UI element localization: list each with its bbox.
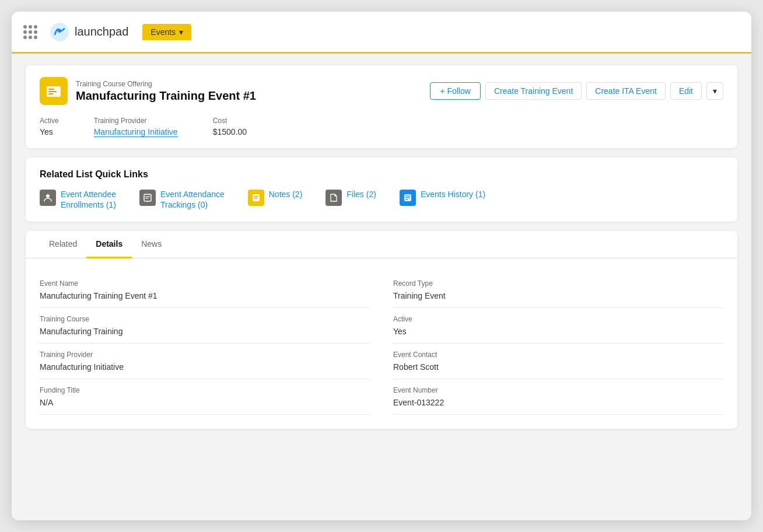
events-history-link[interactable]: Events History (1) [421, 189, 485, 200]
detail-event-contact: Event Contact Robert Scott [393, 344, 723, 379]
logo: launchpad [49, 22, 128, 43]
top-navigation: launchpad Events ▾ [12, 12, 751, 54]
quick-link-attendee-enrollments: Event AttendeeEnrollments (1) [40, 189, 116, 210]
svg-rect-4 [48, 91, 57, 92]
detail-training-provider: Training Provider Manufacturing Initiati… [40, 344, 370, 379]
cost-field: Cost $1500.00 [213, 117, 247, 136]
funding-title-label: Funding Title [40, 386, 370, 394]
training-course-value: Manufacturing Training [40, 327, 370, 336]
events-history-icon [400, 190, 416, 206]
create-ita-event-button[interactable]: Create ITA Event [586, 82, 666, 100]
record-title: Manufacturing Training Event #1 [76, 89, 256, 103]
events-tab[interactable]: Events ▾ [142, 24, 191, 40]
detail-training-provider-value: Manufacturing Initiative [40, 362, 370, 372]
files-link[interactable]: Files (2) [346, 189, 376, 200]
record-type-label: Record Type [393, 279, 723, 288]
logo-icon [49, 22, 70, 43]
logo-text: launchpad [75, 25, 128, 38]
detail-active-value: Yes [393, 327, 723, 336]
quick-links-title: Related List Quick Links [40, 169, 723, 180]
edit-button[interactable]: Edit [670, 82, 702, 100]
quick-link-events-history: Events History (1) [400, 189, 485, 210]
record-actions: + Follow Create Training Event Create IT… [430, 82, 723, 100]
training-provider-label: Training Provider [94, 117, 178, 125]
details-content: Event Name Manufacturing Training Event … [26, 258, 737, 429]
tab-news[interactable]: News [132, 231, 171, 258]
quick-link-attendance-trackings: Event AttendanceTrackings (0) [139, 189, 225, 210]
event-contact-value: Robert Scott [393, 362, 723, 372]
app-window: launchpad Events ▾ [12, 12, 751, 520]
details-left-column: Event Name Manufacturing Training Event … [40, 272, 370, 415]
svg-point-1 [58, 29, 61, 33]
event-number-label: Event Number [393, 386, 723, 394]
event-name-label: Event Name [40, 279, 370, 288]
cost-label: Cost [213, 117, 247, 125]
files-icon [326, 190, 342, 206]
active-label: Active [40, 117, 59, 125]
record-card: Training Course Offering Manufacturing T… [26, 65, 737, 148]
event-contact-label: Event Contact [393, 351, 723, 359]
quick-link-notes: Notes (2) [248, 189, 303, 210]
svg-rect-7 [144, 194, 151, 201]
detail-event-name: Event Name Manufacturing Training Event … [40, 272, 370, 308]
training-provider-field: Training Provider Manufacturing Initiati… [94, 117, 178, 136]
svg-rect-5 [48, 93, 53, 94]
detail-event-number: Event Number Event-013222 [393, 379, 723, 415]
record-title-area: Training Course Offering Manufacturing T… [40, 77, 256, 105]
detail-funding-title: Funding Title N/A [40, 379, 370, 415]
app-grid-icon[interactable] [23, 25, 37, 39]
tab-details[interactable]: Details [86, 231, 132, 258]
detail-active: Active Yes [393, 308, 723, 344]
event-number-value: Event-013222 [393, 398, 723, 407]
record-header: Training Course Offering Manufacturing T… [40, 77, 723, 105]
events-tab-label: Events [150, 27, 176, 37]
detail-active-label: Active [393, 315, 723, 323]
event-name-value: Manufacturing Training Event #1 [40, 291, 370, 300]
quick-links-card: Related List Quick Links Event AttendeeE… [26, 158, 737, 222]
notes-icon [248, 190, 264, 206]
cost-value: $1500.00 [213, 127, 247, 136]
tabs-card: Related Details News Event Name Manufact… [26, 231, 737, 429]
create-training-event-button[interactable]: Create Training Event [485, 82, 582, 100]
training-course-label: Training Course [40, 315, 370, 323]
attendee-enrollments-link[interactable]: Event AttendeeEnrollments (1) [61, 189, 116, 210]
notes-link[interactable]: Notes (2) [269, 189, 303, 200]
record-subtitle: Training Course Offering [76, 80, 256, 88]
tabs-navigation: Related Details News [26, 231, 737, 258]
actions-dropdown-button[interactable]: ▾ [706, 82, 723, 100]
active-value: Yes [40, 127, 59, 136]
attendance-trackings-icon [139, 190, 156, 206]
quick-links-list: Event AttendeeEnrollments (1) Event Atte… [40, 189, 723, 210]
main-content: Training Course Offering Manufacturing T… [12, 54, 751, 440]
attendance-trackings-link[interactable]: Event AttendanceTrackings (0) [160, 189, 225, 210]
funding-title-value: N/A [40, 398, 370, 407]
svg-rect-10 [253, 194, 260, 201]
details-right-column: Record Type Training Event Active Yes Ev… [393, 272, 723, 415]
training-provider-value[interactable]: Manufacturing Initiative [94, 127, 178, 137]
active-field: Active Yes [40, 117, 59, 136]
record-type-icon [40, 77, 68, 105]
svg-point-6 [46, 194, 50, 198]
detail-record-type: Record Type Training Event [393, 272, 723, 308]
follow-button[interactable]: + Follow [430, 82, 481, 100]
detail-training-provider-label: Training Provider [40, 351, 370, 359]
quick-link-files: Files (2) [326, 189, 376, 210]
fields-row: Active Yes Training Provider Manufacturi… [40, 117, 723, 136]
record-type-value: Training Event [393, 291, 723, 300]
detail-training-course: Training Course Manufacturing Training [40, 308, 370, 344]
attendee-enrollments-icon [40, 190, 56, 206]
svg-rect-3 [48, 89, 54, 90]
chevron-down-icon: ▾ [179, 27, 183, 37]
record-title-text: Training Course Offering Manufacturing T… [76, 80, 256, 103]
tab-related[interactable]: Related [40, 231, 86, 258]
